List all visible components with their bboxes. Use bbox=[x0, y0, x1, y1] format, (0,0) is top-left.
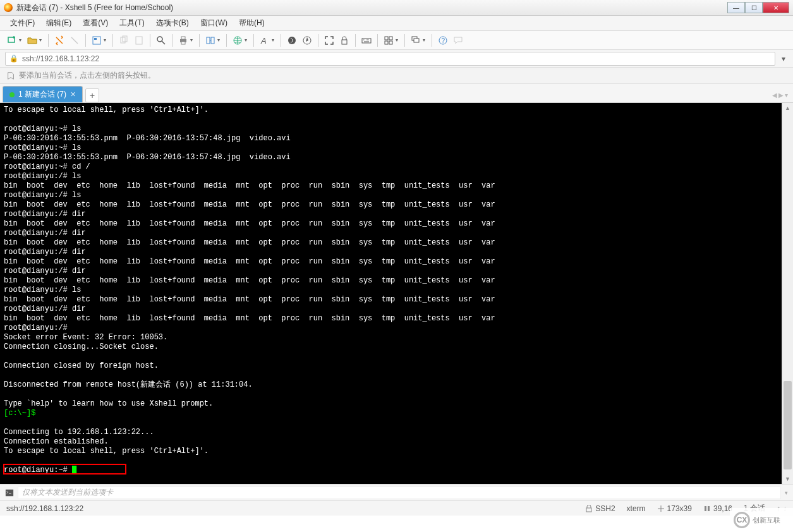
svg-rect-29 bbox=[708, 506, 710, 511]
script-button[interactable] bbox=[285, 33, 299, 47]
disconnect-button[interactable] bbox=[68, 33, 82, 47]
font-button[interactable]: A bbox=[258, 33, 272, 47]
status-bar: ssh://192.168.1.123:22 SSH2 xterm 173x39… bbox=[0, 500, 793, 516]
svg-rect-2 bbox=[94, 38, 97, 40]
scroll-thumb[interactable] bbox=[784, 381, 792, 469]
svg-text:A: A bbox=[260, 36, 267, 45]
add-tab-button[interactable]: + bbox=[85, 88, 99, 102]
tab-next-icon[interactable]: ▶ bbox=[778, 92, 784, 99]
lock-icon bbox=[585, 505, 593, 512]
svg-rect-21 bbox=[389, 41, 392, 44]
reconnect-button[interactable] bbox=[52, 33, 66, 47]
lock-button[interactable] bbox=[337, 33, 351, 47]
menu-help[interactable]: 帮助(H) bbox=[234, 16, 270, 30]
font-dropdown[interactable]: ▾ bbox=[272, 37, 277, 43]
separator bbox=[432, 34, 432, 47]
address-text: ssh://192.168.1.123:22 bbox=[22, 54, 99, 63]
size-icon bbox=[657, 505, 665, 512]
tile-dropdown[interactable]: ▾ bbox=[396, 37, 401, 43]
menu-window[interactable]: 窗口(W) bbox=[195, 16, 233, 30]
separator bbox=[318, 34, 318, 47]
cascade-button[interactable] bbox=[409, 33, 423, 47]
send-input[interactable]: 仅将文本发送到当前选项卡 bbox=[18, 487, 781, 499]
close-button[interactable]: ✕ bbox=[763, 2, 789, 13]
tile-button[interactable] bbox=[382, 33, 396, 47]
globe-dropdown[interactable]: ▾ bbox=[245, 37, 250, 43]
send-dropdown[interactable]: ▾ bbox=[785, 490, 788, 496]
send-bar: 仅将文本发送到当前选项卡 ▾ bbox=[0, 484, 793, 500]
svg-rect-9 bbox=[181, 42, 185, 44]
copy-button[interactable] bbox=[117, 33, 131, 47]
separator bbox=[150, 34, 150, 47]
open-dropdown[interactable]: ▾ bbox=[39, 37, 44, 43]
scroll-down-icon[interactable]: ▼ bbox=[782, 474, 793, 484]
separator bbox=[253, 34, 254, 47]
terminal-text-1: To escape to local shell, press 'Ctrl+Al… bbox=[4, 106, 495, 408]
address-input[interactable]: 🔒 ssh://192.168.1.123:22 bbox=[5, 52, 775, 66]
transfer-button[interactable] bbox=[203, 33, 217, 47]
props-dropdown[interactable]: ▾ bbox=[104, 37, 109, 43]
svg-rect-10 bbox=[207, 37, 210, 44]
tab-label: 1 新建会话 (7) bbox=[18, 89, 66, 100]
new-session-button[interactable] bbox=[5, 33, 19, 47]
svg-rect-26 bbox=[6, 489, 13, 496]
compass-button[interactable] bbox=[300, 33, 314, 47]
tab-list-icon[interactable]: ▾ bbox=[785, 92, 788, 99]
scroll-up-icon[interactable]: ▲ bbox=[782, 103, 793, 113]
svg-rect-20 bbox=[385, 41, 388, 44]
highlight-box bbox=[3, 464, 126, 475]
menu-view[interactable]: 查看(V) bbox=[78, 16, 113, 30]
menubar: 文件(F) 编辑(E) 查看(V) 工具(T) 选项卡(B) 窗口(W) 帮助(… bbox=[0, 16, 793, 31]
cascade-dropdown[interactable]: ▾ bbox=[423, 37, 428, 43]
find-button[interactable] bbox=[154, 33, 168, 47]
terminal-output[interactable]: To escape to local shell, press 'Ctrl+Al… bbox=[0, 103, 793, 475]
fullscreen-button[interactable] bbox=[322, 33, 336, 47]
keyboard-button[interactable] bbox=[360, 33, 373, 47]
terminal-prompt-local: [c:\~]$ bbox=[4, 409, 35, 418]
transfer-dropdown[interactable]: ▾ bbox=[217, 37, 222, 43]
svg-rect-1 bbox=[93, 37, 100, 44]
svg-point-6 bbox=[157, 37, 162, 42]
separator bbox=[172, 34, 173, 47]
menu-file[interactable]: 文件(F) bbox=[5, 16, 40, 30]
bookmark-icon[interactable] bbox=[6, 71, 15, 80]
svg-rect-19 bbox=[389, 37, 392, 40]
new-dropdown[interactable]: ▾ bbox=[19, 37, 24, 43]
menu-edit[interactable]: 编辑(E) bbox=[41, 16, 76, 30]
tab-prev-icon[interactable]: ◀ bbox=[772, 92, 777, 99]
maximize-button[interactable]: ☐ bbox=[745, 2, 763, 13]
svg-rect-8 bbox=[181, 37, 185, 39]
terminal-icon bbox=[5, 488, 14, 497]
status-size: 173x39 bbox=[657, 504, 692, 513]
properties-button[interactable] bbox=[90, 33, 104, 47]
status-protocol: SSH2 bbox=[585, 504, 615, 513]
terminal-scrollbar[interactable]: ▲ ▼ bbox=[782, 103, 793, 484]
send-placeholder: 仅将文本发送到当前选项卡 bbox=[22, 487, 113, 498]
open-button[interactable] bbox=[25, 33, 39, 47]
app-icon bbox=[4, 3, 13, 12]
print-dropdown[interactable]: ▾ bbox=[190, 37, 195, 43]
window-controls: — ☐ ✕ bbox=[727, 2, 789, 13]
separator bbox=[404, 34, 405, 47]
svg-rect-5 bbox=[136, 37, 142, 44]
titlebar: 新建会话 (7) - Xshell 5 (Free for Home/Schoo… bbox=[0, 0, 793, 16]
separator bbox=[355, 34, 356, 47]
menu-tools[interactable]: 工具(T) bbox=[114, 16, 149, 30]
tab-close-icon[interactable]: ✕ bbox=[70, 90, 76, 99]
chat-button[interactable] bbox=[451, 33, 465, 47]
separator bbox=[226, 34, 227, 47]
minimize-button[interactable]: — bbox=[727, 2, 745, 13]
terminal-pane[interactable]: To escape to local shell, press 'Ctrl+Al… bbox=[0, 103, 793, 484]
terminal-text-2: Connecting to 192.168.1.123:22... Connec… bbox=[4, 428, 209, 456]
paste-button[interactable] bbox=[132, 33, 146, 47]
print-button[interactable] bbox=[176, 33, 190, 47]
tab-nav: ◀ ▶ ▾ bbox=[772, 92, 788, 99]
session-tab[interactable]: 1 新建会话 (7) ✕ bbox=[3, 86, 83, 102]
help-button[interactable]: ? bbox=[436, 33, 450, 47]
menu-tabs[interactable]: 选项卡(B) bbox=[151, 16, 194, 30]
separator bbox=[85, 34, 86, 47]
separator bbox=[112, 34, 113, 47]
address-dropdown[interactable]: ▾ bbox=[779, 54, 788, 63]
status-address: ssh://192.168.1.123:22 bbox=[6, 504, 574, 513]
globe-button[interactable] bbox=[231, 33, 245, 47]
